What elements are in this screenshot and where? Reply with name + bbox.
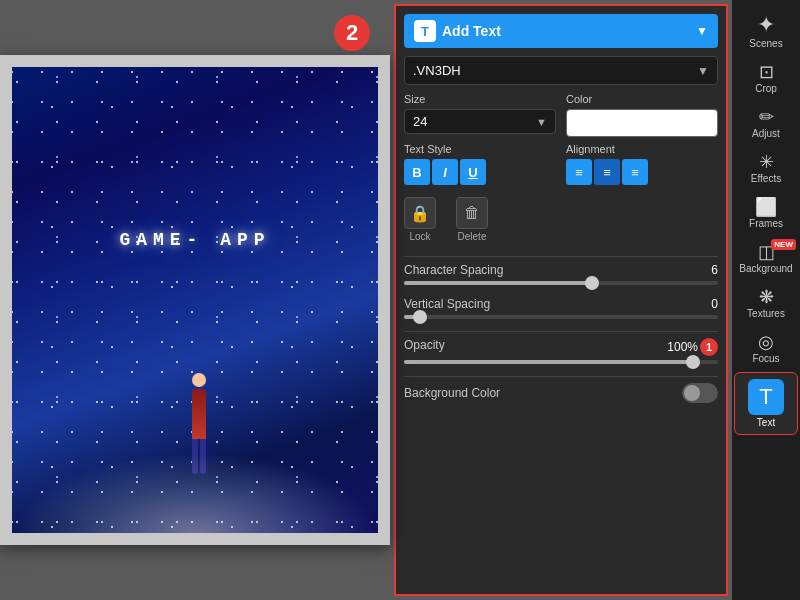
character-spacing-header: Character Spacing 6: [404, 263, 718, 277]
adjust-icon: ✏: [759, 108, 774, 126]
vertical-spacing-header: Vertical Spacing 0: [404, 297, 718, 311]
scenes-label: Scenes: [749, 38, 782, 49]
effects-label: Effects: [751, 173, 781, 184]
vertical-spacing-thumb[interactable]: [413, 310, 427, 324]
style-align-row: Text Style B I U Alignment ≡ ≡ ≡: [404, 143, 718, 185]
effects-icon: ✳: [759, 153, 774, 171]
size-color-row: Size 24 ▼ Color: [404, 93, 718, 137]
size-label: Size: [404, 93, 556, 105]
sidebar-item-crop[interactable]: ⊡ Crop: [734, 57, 798, 100]
sidebar-item-text[interactable]: T Text: [734, 372, 798, 435]
lock-delete-row: 🔒 Lock 🗑 Delete: [404, 193, 718, 246]
opacity-row: Opacity 100% 1: [404, 338, 718, 364]
vertical-spacing-label: Vertical Spacing: [404, 297, 490, 311]
align-buttons: ≡ ≡ ≡: [566, 159, 718, 185]
frames-label: Frames: [749, 218, 783, 229]
focus-label: Focus: [752, 353, 779, 364]
toggle-knob: [684, 385, 700, 401]
text-style-label: Text Style: [404, 143, 556, 155]
scenes-icon: ✦: [757, 14, 775, 36]
vertical-spacing-value: 0: [711, 297, 718, 311]
canvas-text: GAME- APP: [119, 230, 270, 250]
opacity-fill: [404, 360, 693, 364]
vertical-spacing-row: Vertical Spacing 0: [404, 297, 718, 319]
align-right-button[interactable]: ≡: [622, 159, 648, 185]
align-center-button[interactable]: ≡: [594, 159, 620, 185]
text-editor-panel: T Add Text ▼ .VN3DH ▼ Size 24 ▼ Color Te…: [394, 4, 728, 596]
lock-label: Lock: [409, 231, 430, 242]
opacity-header: Opacity 100% 1: [404, 338, 718, 356]
focus-icon: ◎: [758, 333, 774, 351]
delete-label: Delete: [458, 231, 487, 242]
ground-glow: [12, 453, 378, 533]
adjust-label: Adjust: [752, 128, 780, 139]
color-section: Color: [566, 93, 718, 137]
size-section: Size 24 ▼: [404, 93, 556, 137]
sidebar-item-effects[interactable]: ✳ Effects: [734, 147, 798, 190]
bg-color-toggle[interactable]: [682, 383, 718, 403]
font-name-value: .VN3DH: [413, 63, 697, 78]
opacity-track[interactable]: [404, 360, 718, 364]
sidebar-item-scenes[interactable]: ✦ Scenes: [734, 8, 798, 55]
bold-button[interactable]: B: [404, 159, 430, 185]
color-label: Color: [566, 93, 718, 105]
style-buttons: B I U: [404, 159, 556, 185]
step2-badge: 2: [334, 15, 370, 51]
opacity-label: Opacity: [404, 338, 445, 356]
sidebar-item-background[interactable]: NEW ◫ Background: [734, 237, 798, 280]
character-spacing-value: 6: [711, 263, 718, 277]
color-swatch[interactable]: [566, 109, 718, 137]
italic-button[interactable]: I: [432, 159, 458, 185]
sidebar-item-adjust[interactable]: ✏ Adjust: [734, 102, 798, 145]
font-chevron-icon: ▼: [697, 64, 709, 78]
new-badge-background: NEW: [771, 239, 796, 250]
delete-icon: 🗑: [456, 197, 488, 229]
image-canvas: GAME- APP: [12, 67, 378, 533]
character-spacing-thumb[interactable]: [585, 276, 599, 290]
step1-badge: 1: [700, 338, 718, 356]
vertical-spacing-track[interactable]: [404, 315, 718, 319]
alignment-label: Alignment: [566, 143, 718, 155]
add-text-button[interactable]: T Add Text ▼: [404, 14, 718, 48]
size-value: 24: [413, 114, 536, 129]
character-spacing-label: Character Spacing: [404, 263, 503, 277]
separator-2: [404, 331, 718, 332]
opacity-thumb[interactable]: [686, 355, 700, 369]
delete-item[interactable]: 🗑 Delete: [456, 197, 488, 242]
background-label: Background: [739, 263, 792, 274]
image-frame: GAME- APP: [0, 55, 390, 545]
size-chevron-icon: ▼: [536, 116, 547, 128]
lock-icon: 🔒: [404, 197, 436, 229]
alignment-section: Alignment ≡ ≡ ≡: [566, 143, 718, 185]
separator-1: [404, 256, 718, 257]
canvas-area: GAME- APP 2: [0, 0, 390, 600]
add-text-label: Add Text: [442, 23, 690, 39]
separator-3: [404, 376, 718, 377]
crop-label: Crop: [755, 83, 777, 94]
sidebar-icons: ✦ Scenes ⊡ Crop ✏ Adjust ✳ Effects ⬜ Fra…: [732, 0, 800, 600]
crop-icon: ⊡: [759, 63, 774, 81]
sidebar-item-focus[interactable]: ◎ Focus: [734, 327, 798, 370]
textures-label: Textures: [747, 308, 785, 319]
frames-icon: ⬜: [755, 198, 777, 216]
size-dropdown[interactable]: 24 ▼: [404, 109, 556, 134]
text-style-section: Text Style B I U: [404, 143, 556, 185]
sidebar-item-frames[interactable]: ⬜ Frames: [734, 192, 798, 235]
text-icon: T: [414, 20, 436, 42]
font-dropdown[interactable]: .VN3DH ▼: [404, 56, 718, 85]
underline-button[interactable]: U: [460, 159, 486, 185]
character-spacing-fill: [404, 281, 592, 285]
lock-item[interactable]: 🔒 Lock: [404, 197, 436, 242]
opacity-value: 100%: [667, 340, 698, 354]
character-spacing-track[interactable]: [404, 281, 718, 285]
bg-color-label: Background Color: [404, 386, 500, 400]
align-left-button[interactable]: ≡: [566, 159, 592, 185]
character-spacing-row: Character Spacing 6: [404, 263, 718, 285]
textures-icon: ❋: [759, 288, 774, 306]
text-sidebar-icon: T: [748, 379, 784, 415]
chevron-down-icon: ▼: [696, 24, 708, 38]
background-color-row: Background Color: [404, 383, 718, 403]
text-label: Text: [757, 417, 775, 428]
sidebar-item-textures[interactable]: ❋ Textures: [734, 282, 798, 325]
opacity-value-wrap: 100% 1: [667, 338, 718, 356]
